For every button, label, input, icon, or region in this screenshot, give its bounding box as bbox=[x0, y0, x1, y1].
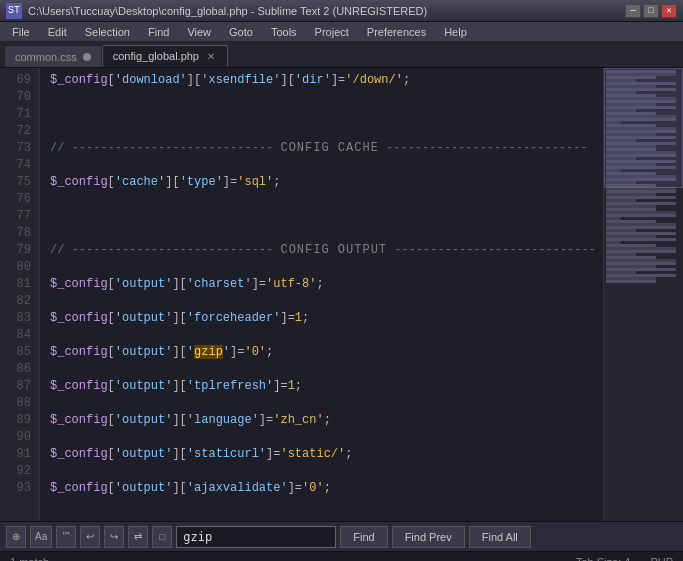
mini-line bbox=[606, 280, 656, 283]
status-right: Tab Size: 4 PHP bbox=[576, 556, 673, 562]
code-line-71 bbox=[50, 106, 603, 123]
minimap[interactable] bbox=[603, 68, 683, 521]
menu-find[interactable]: Find bbox=[140, 24, 177, 40]
menu-edit[interactable]: Edit bbox=[40, 24, 75, 40]
minimize-button[interactable]: ─ bbox=[625, 4, 641, 18]
code-line-77 bbox=[50, 208, 603, 225]
line-numbers: 69 70 71 72 73 74 75 76 77 78 79 80 81 8… bbox=[0, 68, 40, 521]
tab-label: common.css bbox=[15, 51, 77, 63]
tab-common-css[interactable]: common.css bbox=[4, 45, 102, 67]
find-toggle-cursor[interactable]: ⊕ bbox=[6, 526, 26, 548]
tab-close-icon[interactable]: ✕ bbox=[205, 50, 217, 62]
code-line-72 bbox=[50, 123, 603, 140]
find-toggle-case[interactable]: Aa bbox=[30, 526, 52, 548]
close-button[interactable]: ✕ bbox=[661, 4, 677, 18]
tab-config-global[interactable]: config_global.php ✕ bbox=[102, 45, 228, 67]
find-all-button[interactable]: Find All bbox=[469, 526, 531, 548]
main-area: 69 70 71 72 73 74 75 76 77 78 79 80 81 8… bbox=[0, 68, 683, 521]
code-line-76 bbox=[50, 191, 603, 208]
code-line-90 bbox=[50, 429, 603, 446]
code-line-87: $_config['output']['tplrefresh'] = 1; bbox=[50, 378, 603, 395]
code-editor[interactable]: 69 70 71 72 73 74 75 76 77 78 79 80 81 8… bbox=[0, 68, 603, 521]
syntax-indicator: PHP bbox=[650, 556, 673, 562]
tab-bar: common.css config_global.php ✕ bbox=[0, 42, 683, 68]
app-icon-text: ST bbox=[8, 5, 20, 16]
code-line-93: $_config['output']['ajaxvalidate'] = '0'… bbox=[50, 480, 603, 497]
code-line-81: $_config['output']['charset'] = 'utf-8'; bbox=[50, 276, 603, 293]
match-count: 1 match bbox=[10, 556, 49, 562]
menu-view[interactable]: View bbox=[179, 24, 219, 40]
find-redo[interactable]: ↪ bbox=[104, 526, 124, 548]
window-icon: ST bbox=[6, 3, 22, 19]
menu-help[interactable]: Help bbox=[436, 24, 475, 40]
code-line-74 bbox=[50, 157, 603, 174]
find-undo[interactable]: ↩ bbox=[80, 526, 100, 548]
find-prev-button[interactable]: Find Prev bbox=[392, 526, 465, 548]
find-input[interactable] bbox=[176, 526, 336, 548]
code-line-75: $_config['cache']['type'] = 'sql'; bbox=[50, 174, 603, 191]
code-line-82 bbox=[50, 293, 603, 310]
find-replace[interactable]: ⇄ bbox=[128, 526, 148, 548]
code-line-86 bbox=[50, 361, 603, 378]
menu-selection[interactable]: Selection bbox=[77, 24, 138, 40]
code-line-69: $_config['download']['xsendfile']['dir']… bbox=[50, 72, 603, 89]
status-bar: 1 match Tab Size: 4 PHP bbox=[0, 551, 683, 561]
menu-goto[interactable]: Goto bbox=[221, 24, 261, 40]
code-line-91: $_config['output']['staticurl'] = 'stati… bbox=[50, 446, 603, 463]
code-line-88 bbox=[50, 395, 603, 412]
code-line-85: $_config['output']['gzip'] = '0'; bbox=[50, 344, 603, 361]
code-line-70 bbox=[50, 89, 603, 106]
code-line-73: // ---------------------------- CONFIG C… bbox=[50, 140, 603, 157]
code-line-83: $_config['output']['forceheader'] = 1; bbox=[50, 310, 603, 327]
title-bar: ST C:\Users\Tuccuay\Desktop\config_globa… bbox=[0, 0, 683, 22]
find-checkbox[interactable]: □ bbox=[152, 526, 172, 548]
menu-preferences[interactable]: Preferences bbox=[359, 24, 434, 40]
tab-label: config_global.php bbox=[113, 50, 199, 62]
menu-file[interactable]: File bbox=[4, 24, 38, 40]
minimap-viewport bbox=[604, 68, 683, 188]
find-bar: ⊕ Aa "" ↩ ↪ ⇄ □ Find Find Prev Find All bbox=[0, 521, 683, 551]
code-line-84 bbox=[50, 327, 603, 344]
find-button[interactable]: Find bbox=[340, 526, 387, 548]
tab-size: Tab Size: 4 bbox=[576, 556, 630, 562]
window-title: C:\Users\Tuccuay\Desktop\config_global.p… bbox=[28, 5, 427, 17]
menu-bar: File Edit Selection Find View Goto Tools… bbox=[0, 22, 683, 42]
tab-modified-dot bbox=[83, 53, 91, 61]
code-line-78 bbox=[50, 225, 603, 242]
menu-project[interactable]: Project bbox=[307, 24, 357, 40]
find-toggle-word[interactable]: "" bbox=[56, 526, 76, 548]
code-line-89: $_config['output']['language'] = 'zh_cn'… bbox=[50, 412, 603, 429]
code-line-92 bbox=[50, 463, 603, 480]
title-bar-left: ST C:\Users\Tuccuay\Desktop\config_globa… bbox=[6, 3, 427, 19]
window-controls: ─ □ ✕ bbox=[625, 4, 677, 18]
code-content[interactable]: $_config['download']['xsendfile']['dir']… bbox=[40, 68, 603, 521]
code-line-80 bbox=[50, 259, 603, 276]
menu-tools[interactable]: Tools bbox=[263, 24, 305, 40]
status-left: 1 match bbox=[10, 556, 49, 562]
code-line-79: // ---------------------------- CONFIG O… bbox=[50, 242, 603, 259]
maximize-button[interactable]: □ bbox=[643, 4, 659, 18]
